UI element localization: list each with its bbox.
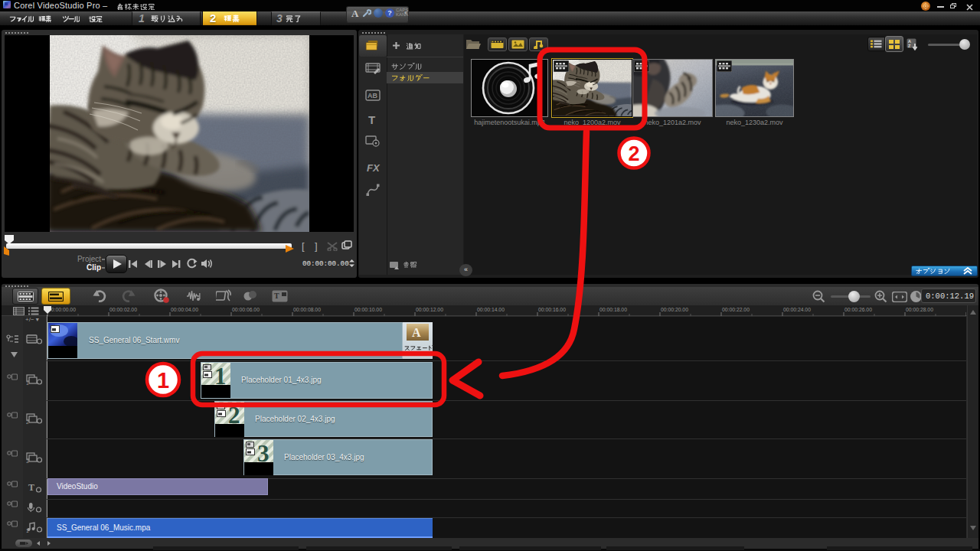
svg-text:1: 1 bbox=[157, 368, 169, 393]
svg-text:2: 2 bbox=[628, 142, 639, 165]
